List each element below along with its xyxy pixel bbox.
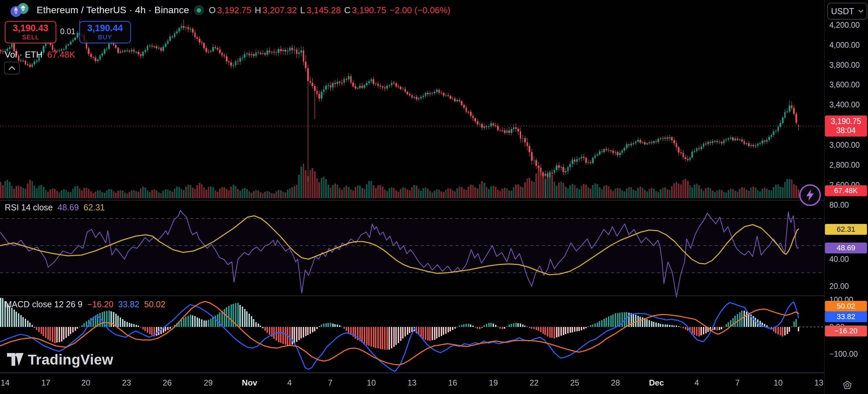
countdown-timer: 38:04 xyxy=(825,126,867,135)
buy-button[interactable]: 3,190.44 BUY xyxy=(79,21,131,43)
current-price-badge: 3,190.7538:04 xyxy=(825,116,867,137)
price-axis-label: 40.00 xyxy=(829,255,849,264)
volume-value: 67.48K xyxy=(47,49,75,60)
time-axis-label: 7 xyxy=(328,378,332,388)
time-axis-label: 23 xyxy=(122,378,131,388)
rsi-ma-badge: 62.31 xyxy=(825,224,867,235)
price-axis-label: −100.00 xyxy=(829,350,858,359)
price-axis-label: 4,000.00 xyxy=(829,41,860,50)
time-axis-label: 10 xyxy=(774,378,783,388)
ethereum-logo-icon xyxy=(10,3,32,18)
volume-legend: Vol · ETH 67.48K xyxy=(5,49,75,60)
rsi-title: RSI 14 close xyxy=(5,203,53,212)
macd-title: MACD close 12 26 9 xyxy=(5,299,82,309)
time-axis-label: 20 xyxy=(81,378,91,388)
rsi-value-badge: 48.69 xyxy=(825,243,867,253)
price-axis-label: 4,200.00 xyxy=(829,21,860,30)
market-status-icon[interactable] xyxy=(194,5,204,15)
price-axis-label: 3,000.00 xyxy=(829,141,860,150)
time-axis-label: 16 xyxy=(448,378,457,388)
time-axis-label: 29 xyxy=(204,378,213,388)
time-axis-label: Dec xyxy=(649,378,664,388)
time-axis-label: 7 xyxy=(735,378,739,388)
price-change: −2.00 (−0.06%) xyxy=(390,5,450,16)
tradingview-logo[interactable]: TradingView xyxy=(7,352,113,368)
time-axis[interactable]: 141720232629Nov4710131619222528Dec471013 xyxy=(0,373,825,394)
symbol-title[interactable]: Ethereum / TetherUS · 4h · Binance xyxy=(37,5,189,16)
ohlc-values: O3,192.75 H3,207.32 L3,145.28 C3,190.75 … xyxy=(209,5,450,16)
collapse-panel-button[interactable] xyxy=(4,62,20,75)
time-axis-label: 10 xyxy=(367,378,376,388)
time-axis-label: 28 xyxy=(611,378,620,388)
price-axis-label: 3,400.00 xyxy=(829,100,860,109)
macd-line-value: 33.82 xyxy=(118,299,139,309)
macd-signal-badge: 50.02 xyxy=(825,301,867,312)
lightning-bolt-icon xyxy=(805,189,815,202)
time-axis-label: 4 xyxy=(694,378,699,388)
price-axis-label: 3,600.00 xyxy=(829,80,860,89)
time-axis-label: 13 xyxy=(814,378,824,388)
time-axis-label: Nov xyxy=(242,378,257,388)
price-axis-label: 80.00 xyxy=(829,201,849,210)
rsi-ma-value: 62.31 xyxy=(83,203,105,212)
symbol-header: Ethereum / TetherUS · 4h · Binance O3,19… xyxy=(10,3,450,18)
price-axis-label: 20.00 xyxy=(829,282,849,291)
time-axis-label: 4 xyxy=(287,378,292,388)
chevron-up-icon xyxy=(8,66,15,70)
macd-hist-badge: −16.20 xyxy=(825,326,867,336)
sell-button[interactable]: 3,190.43 SELL xyxy=(5,21,56,43)
time-axis-label: 17 xyxy=(41,378,51,388)
chart-canvas[interactable] xyxy=(0,0,868,394)
chevron-down-icon xyxy=(858,9,864,13)
macd-legend[interactable]: MACD close 12 26 9 −16.20 33.82 50.02 xyxy=(5,299,165,309)
time-axis-label: 19 xyxy=(489,378,498,388)
macd-line-badge: 33.82 xyxy=(825,311,867,322)
time-axis-label: 22 xyxy=(530,378,539,388)
time-axis-label: 25 xyxy=(570,378,579,388)
currency-dropdown[interactable]: USDT xyxy=(827,3,867,20)
tradingview-chart-app: { "header": { "symbol_title": "Ethereum … xyxy=(0,0,868,394)
price-axis-label: 3,800.00 xyxy=(829,61,860,70)
time-axis-label: 14 xyxy=(1,378,10,388)
time-axis-label: 13 xyxy=(408,378,417,388)
time-axis-label: 26 xyxy=(163,378,172,388)
macd-hist-value: −16.20 xyxy=(87,299,113,309)
macd-signal-value: 50.02 xyxy=(144,299,165,309)
spread-value: 0.01 xyxy=(58,27,78,37)
tradingview-logo-text: TradingView xyxy=(28,352,113,368)
rsi-value: 48.69 xyxy=(58,203,79,212)
rsi-legend[interactable]: RSI 14 close 48.69 62.31 xyxy=(5,203,105,212)
price-axis-label: 2,800.00 xyxy=(829,161,860,170)
instant-trading-button[interactable] xyxy=(799,184,821,206)
settings-gear-icon[interactable] xyxy=(842,379,853,391)
volume-badge: 67.48K xyxy=(825,185,867,196)
tradingview-mark-icon xyxy=(7,353,24,367)
